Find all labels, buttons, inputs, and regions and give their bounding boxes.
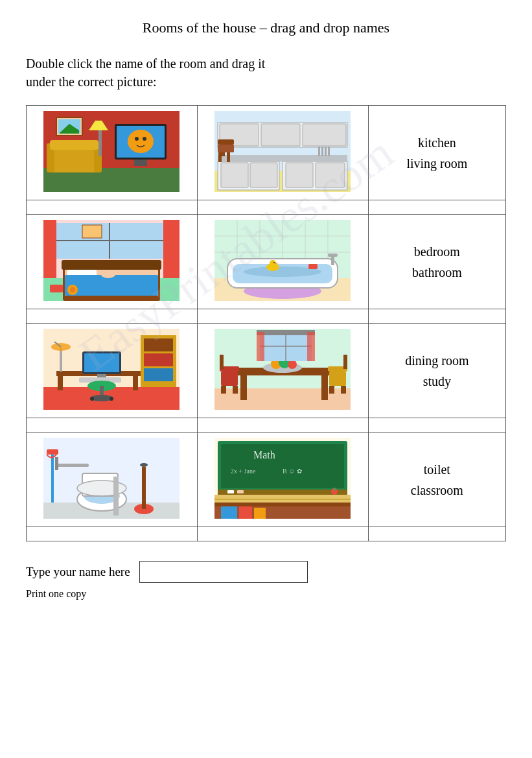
svg-rect-53 — [50, 285, 63, 292]
svg-rect-101 — [240, 375, 247, 400]
name-input[interactable] — [139, 561, 308, 583]
svg-rect-135 — [51, 451, 54, 503]
svg-rect-8 — [50, 147, 98, 172]
word-cell-row4[interactable]: toiletclassroom — [368, 432, 505, 527]
svg-rect-156 — [254, 508, 266, 519]
svg-rect-42 — [163, 220, 179, 278]
svg-text:Math: Math — [253, 449, 275, 460]
word-cell-row3[interactable]: dining roomstudy — [368, 324, 505, 418]
table-row: bedroombathroom — [27, 215, 506, 309]
table-row: Math 2x + Jane B ☺ ✿ — [27, 432, 506, 527]
svg-rect-70 — [328, 254, 338, 257]
bedroom-image — [43, 220, 179, 301]
image-cell-bathroom — [197, 215, 368, 309]
svg-rect-38 — [328, 147, 330, 156]
svg-rect-148 — [227, 490, 234, 493]
svg-rect-29 — [303, 124, 346, 146]
image-cell-dining-room — [197, 324, 368, 418]
name-label: Type your name here — [26, 565, 130, 579]
kitchen-image — [214, 111, 351, 192]
svg-text:2x + Jane: 2x + Jane — [231, 468, 256, 475]
svg-point-55 — [70, 287, 75, 292]
bottom-section: Type your name here — [26, 561, 506, 583]
table-row: kitchenliving room — [27, 106, 506, 200]
svg-rect-79 — [144, 338, 173, 351]
svg-rect-136 — [47, 449, 58, 455]
dining-room-image — [214, 329, 351, 410]
svg-rect-106 — [233, 386, 238, 394]
svg-rect-69 — [331, 255, 334, 265]
image-cell-classroom: Math 2x + Jane B ☺ ✿ — [197, 432, 368, 527]
image-cell-kitchen — [197, 106, 368, 200]
svg-point-116 — [288, 360, 297, 369]
svg-point-74 — [273, 262, 275, 263]
svg-rect-112 — [343, 355, 347, 369]
svg-rect-107 — [220, 355, 224, 369]
svg-rect-154 — [221, 506, 237, 519]
svg-rect-11 — [50, 140, 98, 150]
svg-rect-12 — [98, 130, 102, 156]
svg-rect-90 — [60, 348, 62, 372]
svg-rect-52 — [62, 260, 161, 270]
svg-point-6 — [143, 137, 146, 141]
svg-rect-105 — [221, 386, 226, 394]
svg-rect-83 — [58, 376, 63, 390]
svg-rect-7 — [134, 160, 147, 166]
word-cell-row2[interactable]: bedroombathroom — [368, 215, 505, 309]
svg-rect-33 — [218, 152, 222, 162]
svg-rect-81 — [144, 368, 173, 381]
svg-point-97 — [110, 397, 113, 401]
svg-rect-110 — [329, 386, 334, 394]
svg-rect-155 — [239, 506, 252, 519]
svg-rect-22 — [221, 163, 248, 187]
svg-text:B ☺ ✿: B ☺ ✿ — [283, 468, 302, 475]
svg-rect-23 — [250, 163, 277, 187]
empty-row-1 — [27, 200, 506, 215]
image-cell-study — [27, 324, 198, 418]
svg-rect-133 — [56, 464, 89, 467]
svg-rect-111 — [341, 386, 346, 394]
svg-rect-109 — [329, 372, 346, 386]
image-cell-toilet — [27, 432, 198, 527]
svg-rect-84 — [133, 376, 138, 390]
svg-rect-37 — [325, 147, 327, 156]
image-cell-bedroom — [27, 215, 198, 309]
svg-rect-35 — [318, 147, 320, 156]
svg-rect-104 — [221, 372, 238, 386]
svg-point-132 — [140, 463, 148, 467]
svg-rect-102 — [321, 375, 328, 400]
svg-rect-28 — [261, 124, 300, 146]
svg-rect-86 — [84, 353, 119, 372]
svg-rect-46 — [82, 225, 102, 238]
table-row: dining roomstudy — [27, 324, 506, 418]
empty-row-3 — [27, 418, 506, 432]
page-title: Rooms of the house – drag and drop names — [26, 19, 506, 36]
svg-rect-151 — [334, 488, 335, 491]
classroom-image: Math 2x + Jane B ☺ ✿ — [214, 438, 351, 519]
living-room-image — [43, 111, 179, 192]
svg-rect-152 — [214, 503, 351, 506]
svg-rect-131 — [142, 467, 146, 509]
svg-rect-134 — [55, 457, 58, 470]
word-cell-row1[interactable]: kitchenliving room — [368, 106, 505, 200]
svg-rect-87 — [97, 374, 106, 377]
main-table: kitchenliving room — [26, 105, 506, 541]
svg-rect-50 — [65, 275, 158, 296]
svg-rect-25 — [316, 163, 345, 187]
image-cell-living-room — [27, 106, 198, 200]
svg-point-96 — [90, 397, 94, 401]
svg-point-72 — [270, 260, 276, 266]
svg-rect-41 — [43, 220, 56, 278]
empty-row-2 — [27, 309, 506, 324]
svg-rect-149 — [237, 490, 244, 493]
svg-rect-122 — [307, 332, 315, 361]
svg-point-5 — [135, 137, 139, 141]
study-image — [43, 329, 179, 410]
print-label: Print one copy — [26, 588, 506, 600]
bathroom-image — [214, 220, 351, 301]
svg-rect-31 — [218, 139, 234, 145]
svg-rect-75 — [308, 264, 318, 269]
svg-rect-24 — [286, 163, 313, 187]
svg-rect-32 — [218, 145, 234, 152]
svg-rect-129 — [113, 477, 119, 515]
